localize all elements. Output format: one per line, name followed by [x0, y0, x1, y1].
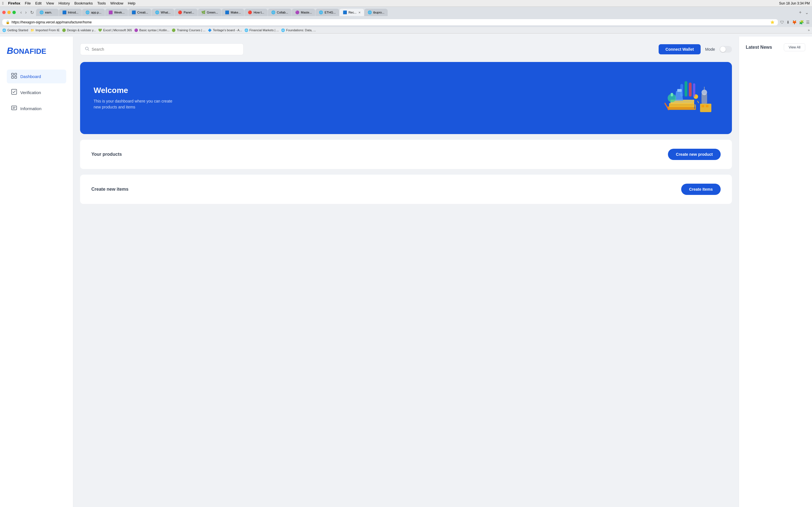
tab-favicon: 🌿 [201, 10, 205, 14]
tab-label: Rec... [349, 11, 357, 14]
search-box[interactable] [80, 43, 244, 55]
browser-chrome: ‹ › ↻ 🌐 earn. 🟦 Introd... 🌐 app.p... 🟪 W… [0, 7, 812, 34]
reload-button[interactable]: ↻ [29, 9, 35, 16]
fox-icon[interactable]: 🦊 [792, 20, 797, 24]
hero-illustration [656, 75, 718, 121]
svg-rect-22 [693, 83, 695, 97]
svg-rect-0 [11, 73, 13, 75]
menubar-history[interactable]: History [58, 1, 70, 5]
bookmark-kotlin[interactable]: 🟣 Basic syntax | Kotlin... [134, 29, 169, 32]
tab-week[interactable]: 🟪 Week... [105, 9, 128, 16]
menubar-firefox[interactable]: Firefox [8, 1, 20, 5]
apple-menu[interactable]:  [2, 1, 4, 5]
hero-description: This is your dashboard where you can cre… [94, 98, 172, 110]
tab-ibupro[interactable]: 🌐 ibupro... [364, 9, 388, 16]
tab-panel[interactable]: 🔴 Panel... [174, 9, 197, 16]
tab-app[interactable]: 🌐 app.p... [82, 9, 105, 16]
bookmark-excel[interactable]: 💚 Excel | Microsoft 365 [98, 29, 132, 32]
bookmark-design[interactable]: 🟢 Design & validate y... [62, 29, 96, 32]
svg-marker-23 [675, 91, 683, 101]
bookmark-label: Getting Started [7, 29, 28, 32]
tab-label: What... [161, 11, 171, 14]
bookmark-favicon: 🔷 [208, 29, 212, 32]
menubar-view[interactable]: View [46, 1, 54, 5]
tab-favicon: 🔴 [178, 10, 182, 14]
bookmark-financial[interactable]: 🌐 Financial Markets | ... [245, 29, 279, 32]
bookmark-training[interactable]: 🟢 Training Courses | ... [172, 29, 206, 32]
tab-maste[interactable]: 🟣 Maste... [292, 9, 315, 16]
tab-make[interactable]: 🟦 Make... [221, 9, 244, 16]
menubar-file[interactable]: File [25, 1, 31, 5]
svg-rect-24 [677, 89, 682, 92]
security-icon: 🔒 [6, 20, 10, 24]
tab-ethg[interactable]: 🌐 ETHG... [315, 9, 339, 16]
connect-wallet-button[interactable]: Connect Wallet [659, 44, 701, 54]
app-wrapper: BONAFIDE Dashboard Verificati [0, 37, 812, 507]
bookmark-icon[interactable]: ⭐ [770, 20, 774, 24]
tab-collab[interactable]: 🌐 Collab... [268, 9, 292, 16]
download-icon[interactable]: ⬇ [786, 20, 790, 24]
svg-rect-11 [669, 103, 696, 107]
menubar:  Firefox File Edit View History Bookmar… [0, 0, 812, 7]
bookmark-foundations[interactable]: 🌐 Foundations: Data, ... [281, 29, 316, 32]
shield-icon[interactable]: 🛡 [780, 20, 784, 24]
tab-rec[interactable]: 🟦 Rec... ✕ [340, 9, 364, 16]
svg-rect-3 [15, 76, 17, 78]
bookmark-favicon: 📁 [31, 29, 35, 32]
svg-rect-1 [15, 73, 17, 75]
view-all-button[interactable]: View All [784, 43, 805, 51]
mode-toggle[interactable] [719, 46, 732, 53]
tab-how[interactable]: 🔴 How t... [245, 9, 267, 16]
tab-creati[interactable]: 🟦 Creati... [128, 9, 152, 16]
svg-line-9 [88, 50, 89, 51]
new-tab-button[interactable]: + [798, 10, 803, 15]
create-items-button[interactable]: Create Items [681, 184, 721, 195]
tab-favicon: 🌐 [319, 10, 323, 14]
tab-earn[interactable]: 🌐 earn. [36, 9, 59, 16]
menubar-bookmarks[interactable]: Bookmarks [74, 1, 93, 5]
bookmarks-more[interactable]: » [808, 28, 810, 32]
bookmark-label: Foundations: Data, ... [286, 29, 316, 32]
verification-icon [11, 89, 17, 96]
bookmark-getting-started[interactable]: 🌐 Getting Started [2, 29, 28, 32]
svg-rect-20 [684, 81, 688, 97]
sidebar-item-dashboard[interactable]: Dashboard [7, 69, 66, 83]
top-bar-right: Connect Wallet Mode [659, 44, 732, 54]
bookmark-favicon: 🌐 [245, 29, 248, 32]
tab-label: Week... [114, 11, 124, 14]
address-bar[interactable]: 🔒 ⭐ [2, 19, 778, 25]
close-button[interactable] [2, 11, 6, 14]
bookmark-imported-ie[interactable]: 📁 Imported From IE [31, 29, 60, 32]
svg-line-16 [698, 101, 699, 103]
tab-close-button[interactable]: ✕ [358, 11, 361, 14]
extensions-icon[interactable]: 🧩 [799, 20, 804, 24]
tab-green[interactable]: 🌿 Green... [198, 9, 221, 16]
tab-list-button[interactable]: ⌄ [804, 10, 810, 15]
tab-introd[interactable]: 🟦 Introd... [59, 9, 82, 16]
bookmark-teritage[interactable]: 🔷 Teritage's board - A... [208, 29, 242, 32]
menu-icon[interactable]: ☰ [806, 20, 810, 24]
tab-favicon: 🔴 [248, 10, 252, 14]
top-bar: Connect Wallet Mode [80, 43, 732, 55]
tab-favicon: 🌐 [271, 10, 275, 14]
create-new-product-button[interactable]: Create new product [668, 149, 721, 160]
menubar-tools[interactable]: Tools [97, 1, 106, 5]
sidebar-item-verification[interactable]: Verification [7, 86, 66, 100]
back-button[interactable]: ‹ [19, 9, 23, 15]
maximize-button[interactable] [12, 11, 16, 14]
tab-favicon: 🌐 [368, 10, 371, 14]
menubar-help[interactable]: Help [128, 1, 136, 5]
svg-rect-21 [689, 82, 692, 97]
forward-button[interactable]: › [24, 9, 28, 15]
minimize-button[interactable] [7, 11, 11, 14]
sidebar-item-information[interactable]: Information [7, 102, 66, 115]
url-input[interactable] [11, 20, 769, 24]
tab-what[interactable]: 🌐 What... [152, 9, 174, 16]
tab-favicon: 🟦 [62, 10, 66, 14]
svg-rect-14 [694, 99, 698, 105]
search-input[interactable] [92, 47, 239, 52]
menubar-edit[interactable]: Edit [35, 1, 42, 5]
menubar-window[interactable]: Window [110, 1, 123, 5]
products-card-title: Your products [91, 152, 122, 157]
tab-label: Collab... [277, 11, 288, 14]
